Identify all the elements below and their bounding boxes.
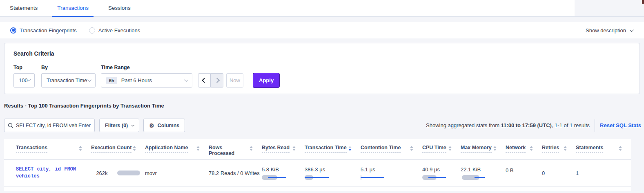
view-toggle-bar: Transaction Fingerprints Active Executio…	[0, 22, 644, 38]
time-window-arrows	[198, 73, 223, 88]
cell-max-memory: 22.1 KiB	[461, 160, 506, 186]
tabbar-right-spacer	[575, 0, 644, 16]
cell-bytes-read: 5.8 KiB	[262, 160, 305, 186]
cell-cpu-time: 40.9 µs	[422, 160, 461, 186]
aggregated-stats-text: Showing aggregated stats from 11:00 to 1…	[426, 122, 590, 128]
search-box[interactable]: Enter	[4, 119, 95, 132]
bytes-read-barchart	[262, 175, 287, 180]
column-header-rows-processed[interactable]: Rows Processed	[209, 145, 262, 158]
cell-transaction-fingerprint: SELECT city, id FROM vehicles	[16, 160, 91, 186]
column-header-statements[interactable]: Statements	[576, 145, 631, 158]
previous-time-window-button[interactable]	[198, 73, 211, 88]
radio-unselected-icon[interactable]	[89, 27, 95, 34]
transactions-table: Transactions Execution Count Application…	[4, 139, 631, 191]
top-select[interactable]: 100	[13, 73, 35, 88]
top-field: Top 100	[13, 65, 35, 88]
toolbar-divider	[595, 119, 595, 132]
time-range-select[interactable]: 6h Past 6 Hours	[101, 73, 192, 88]
cell-execution-count: 262k	[91, 160, 145, 186]
sort-icon[interactable]	[79, 145, 82, 151]
results-toolbar: Enter Filters (0) ⚙ Columns Showing aggr…	[4, 119, 641, 132]
chevron-down-icon	[630, 28, 634, 32]
sort-icon[interactable]	[133, 145, 136, 151]
filters-button[interactable]: Filters (0)	[99, 119, 139, 132]
tab-sessions[interactable]: Sessions	[103, 0, 136, 17]
cell-transaction-time: 386.3 µs	[305, 160, 361, 186]
show-description-toggle[interactable]: Show description	[586, 27, 633, 34]
cell-retries: 0	[542, 160, 576, 186]
chevron-right-icon	[214, 78, 220, 83]
by-field: By Transaction Time	[41, 65, 96, 88]
apply-button[interactable]: Apply	[253, 73, 280, 88]
column-header-bytes-read[interactable]: Bytes Read	[262, 145, 305, 158]
cell-network: 0 B	[506, 160, 542, 186]
next-time-window-button[interactable]	[211, 73, 223, 88]
time-range-field: Time Range 6h Past 6 Hours	[101, 65, 192, 88]
max-memory-barchart	[461, 175, 486, 180]
contention-time-barchart	[361, 175, 386, 180]
cell-contention-time: 5.1 µs	[361, 160, 422, 186]
cell-rows-processed: 78.2 Reads / 0 Writes	[209, 160, 262, 186]
column-header-cpu-time[interactable]: CPU Time	[422, 145, 461, 158]
radio-active-executions[interactable]: Active Executions	[89, 27, 140, 34]
results-title: Results - Top 100 Transaction Fingerprin…	[4, 103, 164, 109]
sort-icon[interactable]	[250, 145, 253, 151]
search-criteria-card: Search Criteria Top 100 By Transaction T…	[4, 43, 640, 94]
column-header-contention-time[interactable]: Contention Time	[361, 145, 422, 158]
column-header-transaction-time[interactable]: Transaction Time	[305, 145, 361, 158]
column-header-network[interactable]: Network	[506, 145, 542, 158]
chevron-down-icon	[87, 78, 91, 82]
search-icon	[8, 123, 13, 128]
column-header-application-name[interactable]: Application Name	[145, 145, 209, 158]
sort-icon-active-desc[interactable]	[348, 145, 352, 151]
sort-icon[interactable]	[619, 145, 622, 151]
sort-icon[interactable]	[493, 145, 497, 151]
column-header-retries[interactable]: Retries	[542, 145, 576, 158]
now-button[interactable]: Now	[226, 73, 243, 88]
time-range-badge: 6h	[106, 77, 117, 84]
sort-icon[interactable]	[292, 145, 296, 151]
column-header-transactions[interactable]: Transactions	[16, 145, 91, 158]
tab-statements[interactable]: Statements	[5, 0, 42, 17]
execution-count-bar	[117, 171, 140, 175]
enter-hint: Enter	[78, 123, 91, 128]
search-criteria-title: Search Criteria	[13, 50, 54, 57]
chevron-down-icon	[184, 78, 188, 82]
sort-icon[interactable]	[530, 145, 533, 151]
chevron-down-icon	[27, 78, 31, 81]
chevron-left-icon	[202, 78, 207, 83]
gear-icon: ⚙	[149, 123, 154, 128]
page-tabs: Statements Transactions Sessions	[0, 0, 644, 17]
reset-sql-stats-link[interactable]: Reset SQL Stats	[600, 122, 641, 128]
transaction-time-barchart	[305, 175, 330, 180]
column-header-max-memory[interactable]: Max Memory	[461, 145, 506, 158]
scrollbar-fragment	[642, 0, 644, 4]
tab-transactions[interactable]: Transactions	[52, 0, 94, 17]
chevron-down-icon	[131, 123, 134, 126]
columns-button[interactable]: ⚙ Columns	[143, 119, 185, 132]
by-select[interactable]: Transaction Time	[41, 73, 96, 88]
cpu-time-barchart	[422, 175, 448, 180]
sort-icon[interactable]	[410, 145, 413, 151]
search-input[interactable]	[16, 123, 77, 128]
transaction-fingerprint-link[interactable]: SELECT city, id FROM vehicles	[16, 166, 81, 180]
radio-selected-icon[interactable]	[10, 27, 16, 34]
table-row: SELECT city, id FROM vehicles 262k movr …	[4, 160, 631, 186]
radio-transaction-fingerprints[interactable]: Transaction Fingerprints	[10, 27, 77, 34]
sort-icon[interactable]	[196, 145, 200, 151]
column-header-execution-count[interactable]: Execution Count	[91, 145, 145, 158]
cell-application-name: movr	[145, 160, 209, 186]
cell-statements: 1	[576, 160, 631, 186]
sort-icon[interactable]	[448, 145, 452, 151]
table-header-row: Transactions Execution Count Application…	[4, 139, 631, 158]
sort-icon[interactable]	[564, 145, 567, 151]
